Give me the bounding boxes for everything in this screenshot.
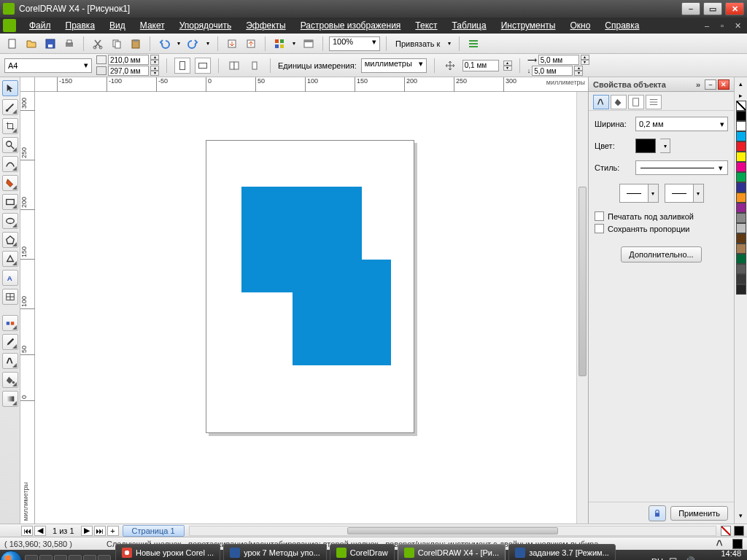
portrait-button[interactable] [174, 58, 190, 74]
eyedropper-tool[interactable] [2, 334, 18, 350]
page-height-input[interactable] [108, 66, 149, 76]
minimize-button[interactable]: – [681, 2, 700, 15]
apply-button[interactable]: Применить [670, 506, 728, 521]
pages-current-button[interactable] [247, 58, 263, 74]
color-swatch[interactable] [736, 244, 746, 254]
color-swatch[interactable] [736, 284, 746, 295]
color-swatch[interactable] [736, 274, 746, 284]
save-button[interactable] [42, 36, 58, 52]
close-button[interactable]: ✕ [725, 2, 744, 15]
landscape-button[interactable] [195, 58, 211, 74]
color-swatch[interactable] [736, 233, 746, 244]
vertical-ruler[interactable]: 300250200150100500 миллиметры [20, 92, 35, 524]
shape-blue-2[interactable] [293, 260, 391, 365]
last-page-button[interactable]: ⏭ [94, 526, 106, 536]
menu-файл[interactable]: Файл [22, 19, 58, 32]
units-select[interactable]: миллиметры ▾ [361, 58, 427, 73]
color-swatch[interactable] [736, 162, 746, 172]
app-launcher-dropdown[interactable]: ▾ [290, 40, 298, 47]
text-tool[interactable]: A [2, 270, 18, 286]
outline-width-select[interactable]: 0,2 мм▾ [635, 117, 728, 131]
docker-tab-outline[interactable] [593, 95, 609, 109]
page-tab-1[interactable]: Страница 1 [123, 525, 185, 537]
interactive-blend-tool[interactable] [2, 315, 18, 331]
cut-button[interactable] [90, 36, 106, 52]
ruler-origin[interactable] [20, 77, 35, 92]
color-swatch[interactable] [736, 131, 746, 141]
dup-x-input[interactable] [538, 55, 579, 65]
task-button[interactable]: CorelDRAW X4 - [Ри... [398, 544, 506, 560]
end-arrow-select[interactable] [665, 184, 694, 203]
menu-текст[interactable]: Текст [408, 19, 444, 32]
dup-x-spinner[interactable]: ▴▾ [581, 55, 589, 65]
menu-правка[interactable]: Правка [58, 19, 103, 32]
undo-history-button[interactable]: ▾ [175, 40, 182, 47]
welcome-button[interactable] [301, 36, 317, 52]
color-swatch[interactable] [736, 121, 746, 131]
horizontal-ruler[interactable]: -150-100-50050100150200250300 миллиметры [35, 77, 588, 92]
open-button[interactable] [23, 36, 39, 52]
dup-y-spinner[interactable]: ▴▾ [574, 66, 583, 76]
fill-tool[interactable] [2, 372, 18, 388]
color-swatch[interactable] [736, 111, 746, 121]
ql-app-1[interactable] [54, 555, 67, 560]
palette-down-button[interactable]: ▾ [739, 512, 743, 521]
tray-volume-icon[interactable]: 🔊 [685, 556, 695, 560]
scale-with-image-checkbox[interactable] [595, 224, 604, 233]
paper-size-select[interactable]: A4▾ [4, 58, 92, 73]
smart-fill-tool[interactable] [2, 175, 18, 191]
maximize-button[interactable]: ▭ [703, 2, 722, 15]
menu-окно[interactable]: Окно [562, 19, 597, 32]
start-arrow-select[interactable] [619, 184, 649, 203]
interactive-fill-tool[interactable] [2, 391, 18, 407]
first-page-button[interactable]: ⏮ [21, 526, 33, 536]
docker-tab-detail[interactable] [646, 95, 662, 109]
task-button[interactable]: урок 7 Методы упо... [223, 544, 327, 560]
menu-таблица[interactable]: Таблица [445, 19, 494, 32]
task-button[interactable]: задание 3.7 [Режим... [508, 544, 616, 560]
ql-app-3[interactable] [83, 555, 96, 560]
table-tool[interactable] [2, 289, 18, 305]
rectangle-tool[interactable] [2, 194, 18, 210]
options-button[interactable] [465, 36, 481, 52]
freehand-tool[interactable] [2, 156, 18, 172]
menu-вид[interactable]: Вид [102, 19, 133, 32]
pick-tool[interactable] [2, 80, 18, 96]
outline-indicator[interactable] [734, 526, 744, 536]
color-swatch[interactable] [736, 141, 746, 152]
zoom-level-select[interactable]: 100% ▾ [329, 36, 380, 51]
print-behind-fill-checkbox[interactable] [595, 211, 604, 221]
lock-button[interactable] [649, 505, 666, 521]
redo-history-button[interactable]: ▾ [204, 40, 212, 47]
basic-shapes-tool[interactable] [2, 251, 18, 267]
menu-упорядочить[interactable]: Упорядочить [172, 19, 239, 32]
docker-close-button[interactable]: ✕ [718, 79, 729, 90]
color-swatch[interactable] [736, 152, 746, 162]
docker-collapse-button[interactable]: – [705, 79, 716, 90]
menu-справка[interactable]: Справка [597, 19, 646, 32]
task-button[interactable]: Новые уроки Corel ... [115, 544, 220, 560]
color-swatch[interactable] [736, 172, 746, 182]
docker-expand-button[interactable]: » [696, 80, 700, 89]
ellipse-tool[interactable] [2, 213, 18, 229]
import-button[interactable] [224, 36, 240, 52]
export-button[interactable] [243, 36, 259, 52]
language-indicator[interactable]: RU [651, 557, 663, 560]
h-scroll-thumb[interactable] [347, 527, 558, 534]
copy-button[interactable] [109, 36, 125, 52]
new-button[interactable] [4, 36, 20, 52]
menu-растровые изображения[interactable]: Растровые изображения [293, 19, 409, 32]
snap-to-dropdown[interactable]: ▾ [446, 40, 453, 47]
color-swatch[interactable] [736, 213, 746, 223]
add-page-button[interactable]: + [107, 526, 119, 536]
docker-tab-fill[interactable] [611, 95, 627, 109]
polygon-tool[interactable] [2, 232, 18, 248]
color-swatch[interactable] [736, 192, 746, 203]
menu-эффекты[interactable]: Эффекты [239, 19, 293, 32]
status-outline-color[interactable] [732, 539, 743, 549]
outline-tool[interactable] [2, 353, 18, 369]
drawing-canvas[interactable] [35, 92, 588, 524]
task-button[interactable]: CorelDraw [330, 544, 395, 560]
print-button[interactable] [61, 36, 77, 52]
color-swatch[interactable] [736, 264, 746, 274]
